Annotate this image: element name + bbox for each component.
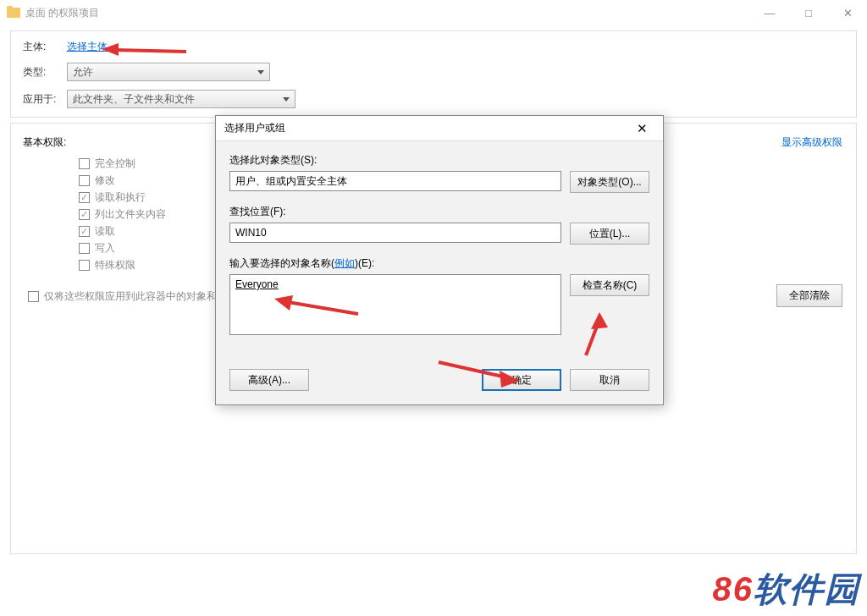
- select-principal-link[interactable]: 选择主体: [67, 40, 108, 54]
- example-link[interactable]: 例如: [334, 257, 355, 269]
- spacer: [318, 369, 473, 391]
- watermark: 86软件园: [713, 566, 861, 613]
- checkbox-icon: [79, 209, 90, 220]
- titlebar: 桌面 的权限项目 — □ ✕: [0, 0, 867, 25]
- location-field[interactable]: [229, 223, 561, 243]
- checkbox-icon: [79, 192, 90, 203]
- type-row: 类型: 允许: [23, 63, 844, 81]
- object-type-field[interactable]: [229, 171, 561, 191]
- dialog-title: 选择用户或组: [224, 121, 285, 135]
- clear-all-button[interactable]: 全部清除: [776, 284, 842, 307]
- dialog-footer: 高级(A)... 确定 取消: [216, 360, 663, 404]
- close-button[interactable]: ✕: [828, 0, 867, 25]
- principal-panel: 主体: 选择主体 类型: 允许 应用于: 此文件夹、子文件夹和文件: [10, 30, 857, 118]
- select-user-group-dialog: 选择用户或组 ✕ 选择此对象类型(S): 对象类型(O)... 查找位置(F):…: [215, 115, 664, 405]
- locations-button[interactable]: 位置(L)...: [570, 223, 649, 245]
- applies-select[interactable]: 此文件夹、子文件夹和文件: [67, 90, 295, 108]
- checkbox-icon: [79, 226, 90, 237]
- window-title: 桌面 的权限项目: [25, 6, 99, 20]
- dialog-body: 选择此对象类型(S): 对象类型(O)... 查找位置(F): 位置(L)...…: [216, 141, 663, 360]
- checkbox-icon: [79, 175, 90, 186]
- location-label: 查找位置(F):: [229, 205, 649, 219]
- applies-row: 应用于: 此文件夹、子文件夹和文件: [23, 90, 844, 108]
- ok-button[interactable]: 确定: [482, 369, 561, 391]
- dialog-titlebar: 选择用户或组 ✕: [216, 116, 663, 141]
- checkbox-icon: [79, 243, 90, 254]
- type-select[interactable]: 允许: [67, 63, 270, 81]
- principal-label: 主体:: [23, 40, 67, 54]
- minimize-button[interactable]: —: [750, 0, 789, 25]
- maximize-button[interactable]: □: [789, 0, 828, 25]
- object-types-button[interactable]: 对象类型(O)...: [570, 171, 649, 193]
- dialog-close-button[interactable]: ✕: [629, 121, 654, 136]
- checkbox-icon: [28, 291, 39, 302]
- object-name-label: 输入要选择的对象名称(例如)(E):: [229, 256, 649, 271]
- cancel-button[interactable]: 取消: [570, 369, 649, 391]
- show-advanced-permissions-link[interactable]: 显示高级权限: [781, 135, 842, 150]
- object-type-label: 选择此对象类型(S):: [229, 153, 649, 168]
- check-names-button[interactable]: 检查名称(C): [570, 274, 649, 296]
- applies-label: 应用于:: [23, 92, 67, 107]
- checkbox-icon: [79, 158, 90, 169]
- checkbox-icon: [79, 260, 90, 271]
- object-name-input[interactable]: Everyone: [229, 274, 561, 335]
- folder-icon: [7, 8, 20, 18]
- advanced-button[interactable]: 高级(A)...: [229, 369, 309, 391]
- type-label: 类型:: [23, 65, 67, 80]
- window-controls: — □ ✕: [750, 0, 867, 25]
- principal-row: 主体: 选择主体: [23, 40, 844, 54]
